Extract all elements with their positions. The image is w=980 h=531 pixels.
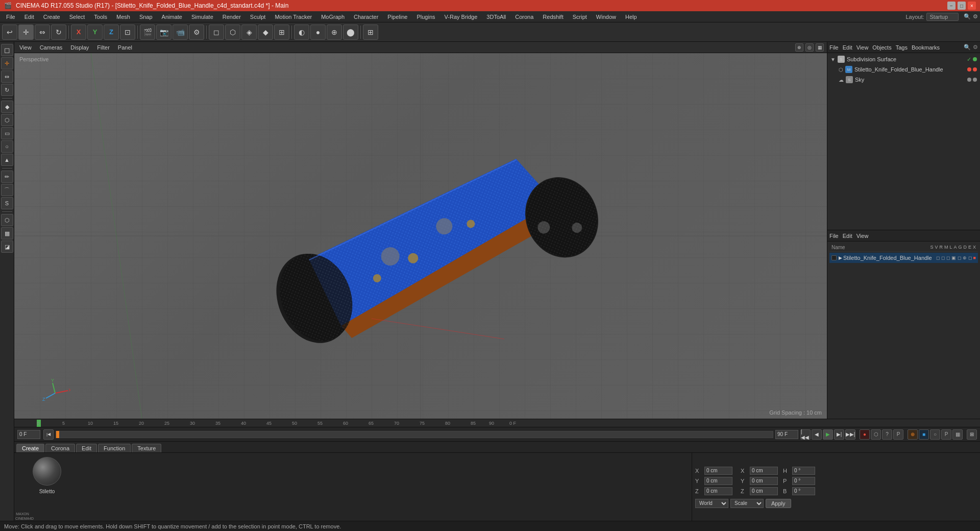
pb-record[interactable]: ● bbox=[860, 429, 870, 440]
timeline-track[interactable] bbox=[56, 431, 773, 438]
menu-edit[interactable]: Edit bbox=[20, 13, 38, 21]
anim-settings[interactable]: ⊞ bbox=[967, 429, 977, 440]
tool-y-axis[interactable]: Y bbox=[87, 25, 103, 40]
pb-play-back[interactable]: ◀ bbox=[812, 429, 822, 440]
coord-z-input[interactable] bbox=[704, 487, 732, 495]
tool-scale[interactable]: ⇔ bbox=[35, 25, 50, 40]
tool-extrude[interactable]: S bbox=[1, 197, 13, 209]
coord-x-input[interactable] bbox=[704, 467, 732, 475]
vp-display-menu[interactable]: Display bbox=[68, 44, 91, 51]
coord-h-input[interactable] bbox=[792, 467, 815, 475]
tool-rotate[interactable]: ↻ bbox=[51, 25, 66, 40]
tool-render-all[interactable]: 📷 bbox=[156, 25, 172, 40]
tool-world[interactable]: ⊡ bbox=[120, 25, 135, 40]
tool-knife[interactable]: ◪ bbox=[1, 240, 13, 253]
menu-tools[interactable]: Tools bbox=[90, 13, 111, 21]
pb-step-forward[interactable]: ▶| bbox=[834, 429, 844, 440]
tool-cube[interactable]: ⬡ bbox=[1, 114, 13, 126]
menu-script[interactable]: Script bbox=[569, 13, 591, 21]
pb-play-forward[interactable]: ▶ bbox=[823, 429, 833, 440]
tool-scale-tool[interactable]: ⇔ bbox=[1, 70, 13, 83]
close-button[interactable]: × bbox=[968, 2, 976, 10]
tab-texture[interactable]: Texture bbox=[132, 444, 161, 452]
menu-mesh[interactable]: Mesh bbox=[112, 13, 134, 21]
tool-paint[interactable]: ⬡ bbox=[1, 214, 13, 226]
menu-plugins[interactable]: Plugins bbox=[412, 13, 439, 21]
tool-move[interactable]: ✛ bbox=[18, 25, 34, 40]
tool-object-mode[interactable]: ◻ bbox=[209, 25, 224, 40]
menu-render[interactable]: Render bbox=[218, 13, 245, 21]
tool-grid[interactable]: ⊞ bbox=[363, 25, 378, 40]
menu-window[interactable]: Window bbox=[592, 13, 620, 21]
menu-vray[interactable]: V-Ray Bridge bbox=[440, 13, 482, 21]
coord-p-input[interactable] bbox=[792, 477, 815, 485]
obj-search-icon[interactable]: 🔍 bbox=[964, 44, 971, 51]
anim-key-pos[interactable]: ⊕ bbox=[908, 429, 918, 440]
coord-apply-button[interactable]: Apply bbox=[766, 499, 791, 508]
pb-auto-key[interactable]: ? bbox=[882, 429, 892, 440]
tool-pen[interactable]: ✏ bbox=[1, 171, 13, 183]
obj-menu-view[interactable]: View bbox=[856, 44, 869, 51]
obj-visible-check[interactable]: ✓ bbox=[967, 56, 971, 63]
menu-create[interactable]: Create bbox=[39, 13, 64, 21]
tool-bezier[interactable]: ⌒ bbox=[1, 184, 13, 196]
object-row-sky[interactable]: ☁ S Sky bbox=[828, 75, 979, 85]
tool-3d-view[interactable]: ◆ bbox=[1, 101, 13, 113]
vp-render-icon[interactable]: ▦ bbox=[816, 43, 824, 52]
tool-render-region[interactable]: 📹 bbox=[173, 25, 188, 40]
obj-menu-bookmarks[interactable]: Bookmarks bbox=[912, 44, 940, 51]
tab-function[interactable]: Function bbox=[98, 444, 131, 452]
menu-mograph[interactable]: MoGraph bbox=[317, 13, 349, 21]
anim-key-scl[interactable]: ○ bbox=[930, 429, 940, 440]
menu-sculpt[interactable]: Sculpt bbox=[246, 13, 270, 21]
menu-3dtoall[interactable]: 3DToAll bbox=[482, 13, 510, 21]
object-row-knife[interactable]: ⬡ M Stiletto_Knife_Folded_Blue_Handle bbox=[828, 64, 979, 75]
menu-select[interactable]: Select bbox=[65, 13, 89, 21]
coord-b-input[interactable] bbox=[792, 487, 815, 495]
search-icon[interactable]: 🔍 bbox=[964, 13, 971, 20]
material-sphere-preview[interactable] bbox=[33, 457, 61, 486]
viewport-canvas[interactable]: Perspective bbox=[14, 53, 827, 419]
mat-menu-edit[interactable]: Edit bbox=[843, 233, 852, 239]
tool-display-2[interactable]: ● bbox=[310, 25, 326, 40]
vp-view-menu[interactable]: View bbox=[17, 44, 34, 51]
pb-keyframe-sel[interactable]: ⬡ bbox=[871, 429, 881, 440]
minimize-button[interactable]: − bbox=[947, 2, 955, 10]
tool-render-active[interactable]: 🎬 bbox=[140, 25, 155, 40]
mat-menu-view[interactable]: View bbox=[856, 233, 869, 239]
menu-file[interactable]: File bbox=[2, 13, 19, 21]
pb-goto-start[interactable]: |◀◀ bbox=[800, 429, 811, 440]
menu-motion-tracker[interactable]: Motion Tracker bbox=[271, 13, 316, 21]
tool-display-4[interactable]: ⬤ bbox=[343, 25, 358, 40]
vp-cameras-menu[interactable]: Cameras bbox=[38, 44, 65, 51]
menu-help[interactable]: Help bbox=[621, 13, 641, 21]
tool-sphere[interactable]: ○ bbox=[1, 140, 13, 153]
coord-scale-dropdown[interactable]: Scale bbox=[730, 499, 764, 508]
obj-menu-tags[interactable]: Tags bbox=[896, 44, 908, 51]
vp-filter-menu[interactable]: Filter bbox=[95, 44, 111, 51]
tool-render-settings[interactable]: ⚙ bbox=[189, 25, 204, 40]
pb-step-back[interactable]: |◀ bbox=[43, 429, 54, 440]
coord-world-dropdown[interactable]: World Object bbox=[695, 499, 728, 508]
menu-character[interactable]: Character bbox=[350, 13, 382, 21]
anim-motion-path[interactable]: ▦ bbox=[952, 429, 963, 440]
coord-x2-input[interactable] bbox=[750, 467, 778, 475]
obj-menu-edit[interactable]: Edit bbox=[843, 44, 852, 51]
coord-y2-input[interactable] bbox=[750, 477, 778, 485]
tool-rotate-tool[interactable]: ↻ bbox=[1, 84, 13, 96]
tool-z-axis[interactable]: Z bbox=[104, 25, 119, 40]
layout-dropdown[interactable]: Startup bbox=[926, 13, 959, 21]
tool-move-tool[interactable]: ✛ bbox=[1, 57, 13, 69]
coord-z2-input[interactable] bbox=[750, 487, 778, 495]
obj-menu-objects[interactable]: Objects bbox=[872, 44, 891, 51]
menu-snap[interactable]: Snap bbox=[135, 13, 157, 21]
settings-icon[interactable]: ⚙ bbox=[973, 13, 978, 20]
menu-redshift[interactable]: Redshift bbox=[538, 13, 567, 21]
tab-create[interactable]: Create bbox=[16, 444, 44, 452]
tool-cone[interactable]: ▲ bbox=[1, 154, 13, 166]
vp-camera-icon[interactable]: ◎ bbox=[805, 43, 814, 52]
coord-y-input[interactable] bbox=[704, 477, 732, 485]
tool-x-axis[interactable]: X bbox=[71, 25, 86, 40]
anim-key-frame[interactable]: P bbox=[941, 429, 951, 440]
vp-panel-menu[interactable]: Panel bbox=[116, 44, 134, 51]
